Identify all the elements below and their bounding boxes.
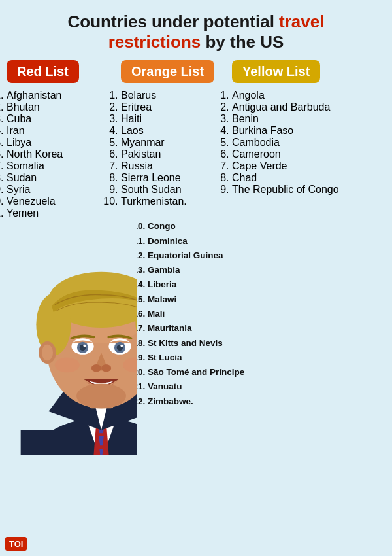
list-item: Burkina Faso bbox=[232, 125, 382, 137]
svg-rect-2 bbox=[21, 430, 137, 455]
orange-list: Belarus Eritrea Haiti Laos Myanmar Pakis… bbox=[121, 90, 229, 207]
list-item: Myanmar bbox=[121, 137, 229, 148]
list-item: Mali bbox=[148, 307, 385, 321]
trump-image-area bbox=[7, 219, 137, 455]
list-item: Turkmenistan. bbox=[121, 196, 229, 207]
yellow-list-column-bottom: Congo Dominica Equatorial Guinea Gambia … bbox=[137, 219, 385, 455]
svg-point-20 bbox=[42, 345, 53, 361]
list-item: Vanuatu bbox=[148, 379, 385, 394]
yellow-list-badge: Yellow List bbox=[232, 60, 320, 83]
list-item: Dominica bbox=[148, 234, 385, 249]
list-item: Somalia bbox=[7, 160, 118, 172]
list-item: Cuba bbox=[7, 113, 118, 125]
svg-point-28 bbox=[120, 345, 123, 347]
list-item: Pakistan bbox=[121, 148, 229, 160]
svg-point-29 bbox=[91, 364, 101, 372]
list-item: Zimbabwe. bbox=[148, 394, 385, 409]
list-item: Sierra Leone bbox=[121, 172, 229, 184]
orange-list-column: Orange List Belarus Eritrea Haiti Laos M… bbox=[121, 60, 232, 219]
orange-list-badge: Orange List bbox=[121, 60, 214, 83]
yellow-list-bottom: Congo Dominica Equatorial Guinea Gambia … bbox=[137, 219, 385, 408]
mid-row: Congo Dominica Equatorial Guinea Gambia … bbox=[0, 219, 392, 455]
list-item: Eritrea bbox=[121, 101, 229, 113]
list-item: Benin bbox=[232, 113, 382, 125]
list-item: Libya bbox=[7, 137, 118, 148]
list-item: Haiti bbox=[121, 113, 229, 125]
list-item: Belarus bbox=[121, 90, 229, 101]
list-item: Syria bbox=[7, 184, 118, 196]
highlight-text: travelrestrictions bbox=[108, 12, 325, 52]
list-item: Afghanistan bbox=[7, 90, 118, 101]
trump-illustration bbox=[7, 219, 137, 455]
svg-point-33 bbox=[76, 384, 126, 409]
list-item: Yemen bbox=[7, 207, 118, 219]
list-item: Laos bbox=[121, 125, 229, 137]
list-item: São Tomé and Príncipe bbox=[148, 365, 385, 379]
list-item: North Korea bbox=[7, 148, 118, 160]
top-lists-row: Red List Afghanistan Bhutan Cuba Iran Li… bbox=[0, 60, 392, 219]
svg-point-31 bbox=[55, 358, 80, 373]
red-list: Afghanistan Bhutan Cuba Iran Libya North… bbox=[7, 90, 118, 219]
toi-logo: TOI bbox=[5, 537, 27, 551]
list-item: St Kitts and Nevis bbox=[148, 336, 385, 351]
red-list-badge: Red List bbox=[7, 60, 79, 83]
yellow-list-top: Angola Antigua and Barbuda Benin Burkina… bbox=[232, 90, 382, 196]
list-item: The Republic of Congo bbox=[232, 184, 382, 196]
list-item: Angola bbox=[232, 90, 382, 101]
list-item: Cambodia bbox=[232, 137, 382, 148]
list-item: Mauritania bbox=[148, 321, 385, 336]
yellow-list-column-top: Yellow List Angola Antigua and Barbuda B… bbox=[232, 60, 385, 219]
list-item: South Sudan bbox=[121, 184, 229, 196]
list-item: Venezuela bbox=[7, 196, 118, 207]
list-item: Sudan bbox=[7, 172, 118, 184]
list-item: Cameroon bbox=[232, 148, 382, 160]
list-item: Antigua and Barbuda bbox=[232, 101, 382, 113]
list-item: Cape Verde bbox=[232, 160, 382, 172]
list-item: Liberia bbox=[148, 277, 385, 292]
list-item: Russia bbox=[121, 160, 229, 172]
list-item: St Lucia bbox=[148, 351, 385, 365]
list-item: Malawi bbox=[148, 292, 385, 307]
list-item: Bhutan bbox=[7, 101, 118, 113]
list-item: Gambia bbox=[148, 263, 385, 277]
svg-point-30 bbox=[101, 364, 111, 372]
list-item: Chad bbox=[232, 172, 382, 184]
list-item: Congo bbox=[148, 219, 385, 234]
list-item: Equatorial Guinea bbox=[148, 249, 385, 263]
list-item: Iran bbox=[7, 125, 118, 137]
page-header: Countries under potential travelrestrict… bbox=[0, 0, 392, 60]
svg-point-27 bbox=[83, 345, 86, 347]
